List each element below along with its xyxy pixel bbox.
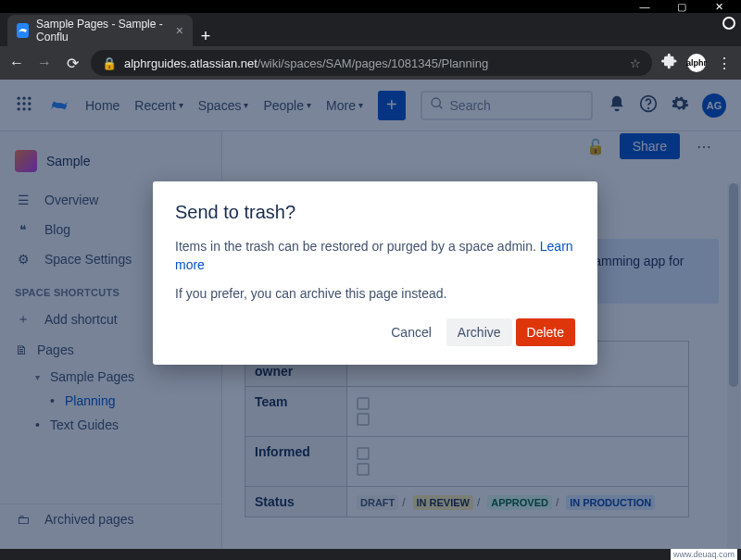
- window-minimize-button[interactable]: —: [626, 0, 663, 13]
- browser-tab-bar: Sample Pages - Sample - Conflu × +: [0, 13, 741, 46]
- browser-address-bar: ← → ⟳ 🔒 alphrguides.atlassian.net/wiki/s…: [0, 46, 741, 80]
- new-tab-button[interactable]: +: [193, 27, 219, 46]
- modal-title: Send to trash?: [175, 202, 575, 223]
- browser-tab[interactable]: Sample Pages - Sample - Conflu ×: [7, 15, 193, 46]
- modal-body-line2: If you prefer, you can archive this page…: [175, 285, 575, 304]
- confluence-favicon: [17, 23, 29, 38]
- nav-reload-button[interactable]: ⟳: [63, 55, 82, 72]
- profile-badge[interactable]: alphr: [687, 54, 706, 72]
- tab-title: Sample Pages - Sample - Conflu: [36, 18, 169, 44]
- delete-confirmation-modal: Send to trash? Items in the trash can be…: [153, 181, 597, 365]
- confluence-app: Home Recent▾ Spaces▾ People▾ More▾ + Sea…: [0, 80, 741, 549]
- window-close-button[interactable]: ✕: [700, 0, 737, 13]
- window-maximize-button[interactable]: ▢: [663, 0, 700, 13]
- cancel-button[interactable]: Cancel: [380, 318, 443, 346]
- archive-button[interactable]: Archive: [446, 318, 512, 346]
- url-text: alphrguides.atlassian.net/wiki/spaces/SA…: [124, 56, 488, 70]
- source-watermark: www.deuaq.com: [671, 549, 737, 560]
- os-titlebar: — ▢ ✕: [0, 0, 741, 13]
- nav-back-button[interactable]: ←: [7, 55, 26, 71]
- modal-body-line1: Items in the trash can be restored or pu…: [175, 238, 575, 274]
- extensions-icon[interactable]: [661, 53, 678, 73]
- omnibox[interactable]: 🔒 alphrguides.atlassian.net/wiki/spaces/…: [91, 50, 652, 76]
- nav-forward-button[interactable]: →: [35, 55, 54, 71]
- browser-menu-icon[interactable]: ⋮: [715, 55, 734, 72]
- lock-icon: 🔒: [102, 56, 117, 70]
- tab-close-icon[interactable]: ×: [176, 23, 183, 38]
- account-indicator-icon[interactable]: [722, 17, 735, 30]
- bookmark-star-icon[interactable]: ☆: [630, 56, 641, 70]
- delete-button[interactable]: Delete: [516, 318, 575, 346]
